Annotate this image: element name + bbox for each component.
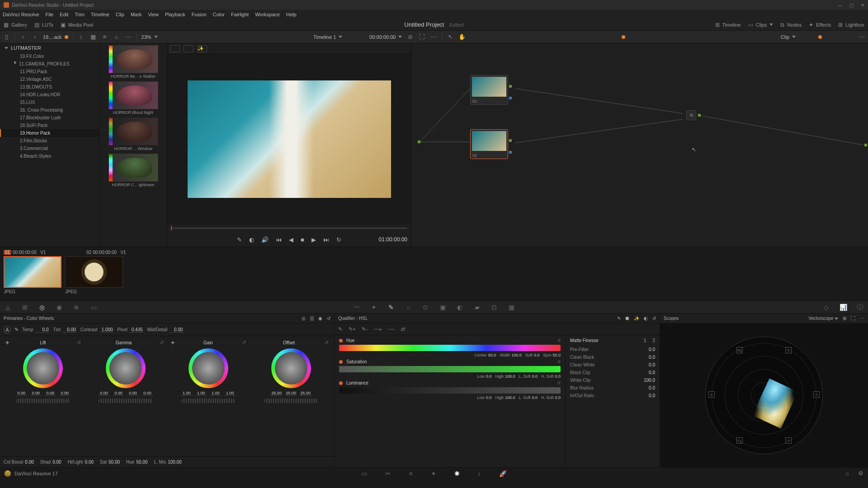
stop-icon[interactable]: ■ [301, 236, 304, 243]
output-port[interactable] [864, 144, 867, 146]
feather-add-icon[interactable]: 〰+ [374, 327, 382, 332]
lut-folder[interactable]: 3.Commercial [0, 145, 99, 152]
reset-icon[interactable]: ↺ [242, 340, 246, 346]
keyframe-icon[interactable]: ◇ [822, 303, 830, 311]
close-icon[interactable]: ✕ [861, 3, 864, 8]
blur-icon[interactable]: ◐ [456, 303, 464, 311]
wheel-mode-icon[interactable]: ◎ [302, 316, 306, 321]
invert-icon[interactable]: ◐ [644, 316, 648, 321]
more-icon[interactable]: ⋯ [125, 33, 132, 41]
breadcrumb[interactable]: 19....ack [43, 34, 68, 40]
adjust-icon[interactable]: ✛ [5, 340, 9, 345]
more-icon[interactable]: ⋯ [858, 33, 865, 41]
lum-slider[interactable] [339, 387, 561, 394]
reset-icon[interactable]: ↺ [557, 338, 561, 343]
grid-view-icon[interactable]: ▦ [90, 33, 97, 41]
expand-icon[interactable]: ⛶ [418, 33, 425, 41]
jog-wheel[interactable] [16, 399, 70, 403]
menu-item[interactable]: Clip [116, 12, 124, 17]
viewer-timecode[interactable]: 00:00:00:00 [369, 34, 402, 40]
node-port[interactable] [698, 114, 701, 117]
pivot-value[interactable]: 0.435 [129, 327, 144, 333]
lut-root[interactable]: LUTMASTER [0, 43, 99, 52]
node-port[interactable] [509, 97, 512, 99]
node-port[interactable] [509, 151, 512, 154]
hdr-icon[interactable]: ◉ [55, 303, 63, 311]
qualifier-icon[interactable]: ✎ [387, 303, 395, 311]
matte-tab-2[interactable]: 2 [652, 338, 655, 343]
clip-mode-selector[interactable]: Clip [781, 34, 796, 40]
cut-page-icon[interactable]: ✂ [385, 470, 391, 477]
picker-sub-icon[interactable]: ✎- [362, 326, 368, 332]
node-port[interactable] [509, 85, 512, 88]
tint-value[interactable]: 0.00 [62, 327, 77, 333]
sizing-icon[interactable]: ⊡ [490, 303, 498, 311]
color-picker-icon[interactable]: ✎ [237, 236, 242, 243]
media-pool-toggle[interactable]: ▣Media Pool [61, 22, 93, 28]
play-icon[interactable]: ▶ [311, 236, 316, 243]
log-mode-icon[interactable]: ◉ [318, 316, 322, 321]
timeline-toggle[interactable]: ⊞Timeline [715, 22, 741, 28]
menu-item[interactable]: Help [286, 12, 297, 17]
lut-thumb[interactable]: HORROR C... ightmare [101, 154, 165, 187]
clip-thumb[interactable]: JPEG [4, 256, 61, 294]
sat-slider[interactable] [339, 366, 561, 372]
fairlight-page-icon[interactable]: ♪ [478, 470, 481, 477]
menu-item[interactable]: Edit [60, 12, 68, 17]
lut-folder[interactable]: 16. Cross Processing [0, 106, 99, 114]
layout-icon[interactable]: ⊞ [843, 316, 846, 321]
deliver-page-icon[interactable]: 🚀 [499, 470, 507, 477]
info-icon[interactable]: ⓘ [856, 303, 864, 311]
warper-icon[interactable]: ✦ [370, 303, 378, 311]
layer-mixer-node[interactable]: ⧉ [686, 110, 696, 120]
picker-add-icon[interactable]: ✎+ [349, 326, 355, 332]
source-port[interactable] [418, 141, 420, 143]
lut-folder[interactable]: 13.BLOWOUTS [0, 83, 99, 91]
color-wheel[interactable] [189, 348, 228, 388]
menu-item[interactable]: View [148, 12, 159, 17]
node-02[interactable]: 02 [470, 129, 508, 159]
lut-folder[interactable]: 19.Horror Pack [0, 129, 99, 137]
jog-wheel[interactable] [264, 399, 318, 403]
search-icon[interactable]: ⌕ [113, 33, 120, 41]
color-wheel[interactable] [106, 348, 146, 388]
menu-item[interactable]: Mark [131, 12, 142, 17]
menu-item[interactable]: Color [213, 12, 225, 17]
reset-icon[interactable]: ↺ [327, 316, 330, 321]
window-icon[interactable]: ○ [404, 303, 412, 311]
last-frame-icon[interactable]: ⏭ [323, 236, 329, 243]
picker-icon[interactable]: ✎ [338, 326, 342, 332]
auto-icon[interactable]: A [4, 326, 11, 333]
clip-thumb[interactable]: JPEG [65, 256, 123, 294]
pointer-icon[interactable]: ↖ [447, 33, 454, 41]
menu-item[interactable]: Fusion [192, 12, 207, 17]
lut-folder[interactable]: 18.SciFi Pack [0, 122, 99, 129]
reset-icon[interactable]: ↺ [557, 359, 561, 364]
more-icon[interactable]: ⋯ [860, 316, 864, 321]
adjust-icon[interactable]: ✛ [171, 340, 175, 345]
3d-icon[interactable]: ▦ [507, 303, 515, 311]
picker-icon[interactable]: ✎ [617, 316, 621, 321]
lut-folder[interactable]: 14.HDR.Looks.HDR [0, 91, 99, 99]
list-view-icon[interactable]: ≡ [101, 33, 108, 41]
nodes-toggle[interactable]: ⧉Nodes [780, 22, 802, 28]
settings-icon[interactable]: ⚙ [858, 470, 863, 477]
menu-item[interactable]: Trim [75, 12, 85, 17]
timeline-selector[interactable]: Timeline 1 [313, 34, 342, 40]
fusion-page-icon[interactable]: ✦ [431, 470, 436, 477]
lut-thumb[interactable]: HORROR ... Window [101, 117, 165, 151]
color-wheel[interactable] [271, 348, 311, 388]
forward-icon[interactable]: › [31, 33, 38, 41]
menu-item[interactable]: File [46, 12, 54, 17]
invert-icon[interactable]: ⇄ [401, 326, 405, 332]
lut-folder[interactable]: 12.Vintage.ASC [0, 75, 99, 83]
node-port[interactable] [509, 139, 512, 142]
menu-item[interactable]: Workspace [255, 12, 280, 17]
lut-folder[interactable]: 10.FX.Color [0, 52, 99, 60]
primaries-icon[interactable]: ⊞ [21, 303, 29, 311]
reset-icon[interactable]: ↺ [160, 340, 164, 346]
motion-icon[interactable]: ▭ [90, 303, 98, 311]
lut-thumb[interactable]: HORROR Blood Night [101, 81, 165, 115]
scrub-bar[interactable] [167, 224, 411, 232]
reset-icon[interactable]: ↺ [77, 340, 81, 346]
